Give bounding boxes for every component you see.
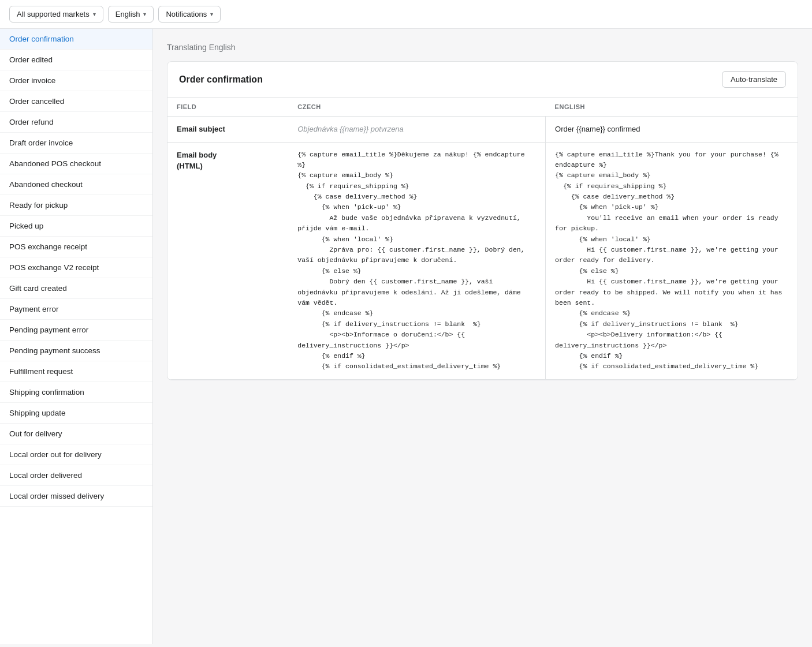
sidebar-item-pending-payment-success[interactable]: Pending payment success <box>0 341 152 361</box>
sidebar-item-gift-card-created[interactable]: Gift card created <box>0 278 152 299</box>
auto-translate-button[interactable]: Auto-translate <box>722 71 786 88</box>
sidebar-item-pos-exchange-receipt[interactable]: POS exchange receipt <box>0 237 152 257</box>
markets-chevron-icon: ▾ <box>93 11 96 17</box>
notifications-dropdown[interactable]: Notifications ▾ <box>158 6 221 23</box>
sidebar-item-draft-order-invoice[interactable]: Draft order invoice <box>0 133 152 154</box>
card-title: Order confirmation <box>179 74 263 85</box>
sidebar: Order confirmationOrder editedOrder invo… <box>0 29 153 644</box>
sidebar-item-order-cancelled[interactable]: Order cancelled <box>0 91 152 112</box>
col-header-czech: CZECH <box>288 98 540 117</box>
sidebar-item-local-order-missed-delivery[interactable]: Local order missed delivery <box>0 486 152 507</box>
email-body-english-cell: {% capture email_title %}Thank you for y… <box>546 142 798 379</box>
markets-dropdown[interactable]: All supported markets ▾ <box>9 6 103 23</box>
notifications-label: Notifications <box>166 10 207 18</box>
page-subtitle: Translating English <box>167 43 798 52</box>
sidebar-item-abandoned-checkout[interactable]: Abandoned checkout <box>0 174 152 195</box>
sidebar-item-fulfillment-request[interactable]: Fulfillment request <box>0 361 152 382</box>
row-divider-subject <box>541 117 546 143</box>
sidebar-item-shipping-update[interactable]: Shipping update <box>0 403 152 424</box>
email-body-english-text[interactable]: {% capture email_title %}Thank you for y… <box>555 149 788 372</box>
col-header-english: ENGLISH <box>546 98 798 117</box>
email-body-field-label: Email body (HTML) <box>167 142 288 379</box>
markets-label: All supported markets <box>17 10 90 18</box>
col-divider-header <box>541 98 546 117</box>
card-header: Order confirmation Auto-translate <box>167 62 798 98</box>
col-header-field: FIELD <box>167 98 288 117</box>
sidebar-item-abandoned-pos-checkout[interactable]: Abandoned POS checkout <box>0 154 152 174</box>
translation-table: FIELD CZECH ENGLISH Email subject Objedn… <box>167 98 798 380</box>
sidebar-item-out-for-delivery[interactable]: Out for delivery <box>0 424 152 444</box>
language-chevron-icon: ▾ <box>143 11 146 17</box>
sidebar-item-shipping-confirmation[interactable]: Shipping confirmation <box>0 382 152 403</box>
sidebar-item-local-order-out-for-delivery[interactable]: Local order out for delivery <box>0 444 152 465</box>
sidebar-item-order-refund[interactable]: Order refund <box>0 112 152 133</box>
sidebar-item-order-invoice[interactable]: Order invoice <box>0 70 152 91</box>
email-subject-english: Order {{name}} confirmed <box>546 117 798 143</box>
translation-card: Order confirmation Auto-translate FIELD … <box>167 61 798 380</box>
language-dropdown[interactable]: English ▾ <box>108 6 154 23</box>
email-body-row: Email body (HTML) {% capture email_title… <box>167 142 798 379</box>
email-subject-row: Email subject Objednávka {{name}} potvrz… <box>167 117 798 143</box>
content-area: Translating English Order confirmation A… <box>153 29 812 644</box>
main-layout: Order confirmationOrder editedOrder invo… <box>0 29 812 644</box>
sidebar-item-pending-payment-error[interactable]: Pending payment error <box>0 320 152 341</box>
sidebar-item-order-edited[interactable]: Order edited <box>0 50 152 70</box>
email-subject-field-label: Email subject <box>167 117 288 143</box>
sidebar-item-order-confirmation[interactable]: Order confirmation <box>0 29 152 50</box>
sidebar-item-payment-error[interactable]: Payment error <box>0 299 152 320</box>
email-body-czech-cell: {% capture email_title %}Děkujeme za nák… <box>288 142 540 379</box>
row-divider-body <box>541 142 546 379</box>
sidebar-item-ready-for-pickup[interactable]: Ready for pickup <box>0 195 152 216</box>
sidebar-item-picked-up[interactable]: Picked up <box>0 216 152 237</box>
sidebar-item-pos-exchange-v2-receipt[interactable]: POS exchange V2 receipt <box>0 257 152 278</box>
toolbar: All supported markets ▾ English ▾ Notifi… <box>0 0 812 29</box>
email-subject-czech: Objednávka {{name}} potvrzena <box>288 117 540 143</box>
sidebar-item-local-order-delivered[interactable]: Local order delivered <box>0 465 152 486</box>
notifications-chevron-icon: ▾ <box>210 11 213 17</box>
language-label: English <box>116 10 140 18</box>
email-body-czech-text[interactable]: {% capture email_title %}Děkujeme za nák… <box>297 149 531 372</box>
